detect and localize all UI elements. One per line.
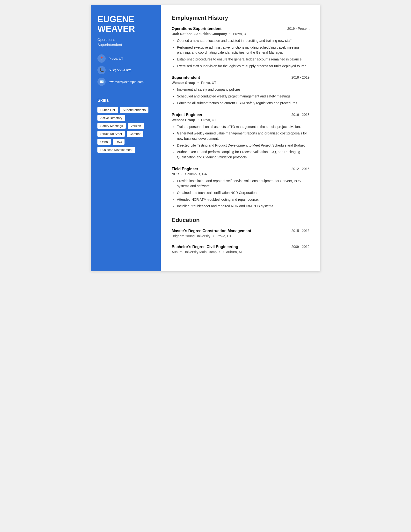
name-line2: WEAVER [97,24,135,34]
job-company: Wencor Group • Provo, UT [172,118,309,122]
education-container: Master's Degree Construction Management2… [172,229,309,254]
job-title: Field Engineer [172,167,198,171]
skills-section: Skills Punch ListSuperintendentsActive D… [97,98,154,153]
job-dates: 2012 - 2015 [291,167,309,171]
skill-tag: Active Directory [97,115,125,121]
job-bullet: Implement all safety and company policie… [177,87,309,92]
job-item: Field Engineer2012 - 2015NCR • Columbus,… [172,167,309,209]
candidate-title: OperationsSuperintendent [97,37,154,47]
skills-tags: Punch ListSuperintendentsActive Director… [97,107,154,153]
job-bullets: Opened a new store location and assisted… [172,38,309,69]
job-dates: 2019 - Present [287,27,309,30]
contact-phone: 📞 (950) 555-1102 [97,66,154,74]
job-dates: 2018 - 2019 [291,76,309,79]
job-header: Project Engineer2016 - 2018 [172,113,309,117]
job-bullets: Implement all safety and company policie… [172,87,309,106]
job-bullet: Established procedures to ensure the gen… [177,57,309,62]
candidate-name: EUGENE WEAVER [97,15,154,34]
job-company: Utah National Securities Company • Provo… [172,32,309,36]
job-dates: 2016 - 2018 [291,113,309,116]
job-title: Operations Superintendent [172,27,222,31]
job-bullet: Obtained and technical certification NCR… [177,190,309,196]
job-title: Project Engineer [172,113,202,117]
job-header: Superintendent2018 - 2019 [172,76,309,80]
job-bullet: Trained personnel on all aspects of TO m… [177,124,309,130]
education-section: Education Master's Degree Construction M… [172,217,309,254]
school-name: Brigham Young University • Provo, UT [172,234,309,238]
skill-tag: Superintendents [120,107,149,113]
contact-location: 📍 Provo, UT [97,54,154,63]
degree-title: Bachelor's Degree Civil Engineering [172,245,238,249]
skill-tag: Punch List [97,107,118,113]
job-item: Project Engineer2016 - 2018Wencor Group … [172,113,309,160]
email-text: eweaver@example.com [109,80,144,84]
skill-tag: Combat [127,131,144,137]
education-dates: 2015 - 2016 [291,229,309,233]
job-bullet: Performed executive administrative funct… [177,45,309,55]
job-bullet: Author, execute and perform sampling for… [177,150,309,160]
job-item: Operations Superintendent2019 - PresentU… [172,27,309,69]
location-icon: 📍 [97,54,106,63]
phone-icon: 📞 [97,66,106,74]
job-bullet: Directed Life Testing and Product Develo… [177,143,309,148]
skill-tag: Structural Steel [97,131,125,137]
skill-tag: Verizon [128,123,144,129]
education-header: Bachelor's Degree Civil Engineering2009 … [172,245,309,249]
job-item: Superintendent2018 - 2019Wencor Group • … [172,76,309,106]
job-bullet: Installed, troubleshoot and repaired NCR… [177,204,309,209]
job-bullets: Trained personnel on all aspects of TO m… [172,124,309,160]
sidebar: EUGENE WEAVER OperationsSuperintendent 📍… [91,5,161,271]
location-text: Provo, UT [109,57,123,60]
job-title: Superintendent [172,76,200,80]
job-bullet: Provide installation and repair of self-… [177,179,309,189]
job-bullet: Attended NCR ATM troubleshooting and rep… [177,197,309,202]
skill-tag: Safety Meetings [97,123,126,129]
name-line1: EUGENE [97,14,134,24]
contact-section: 📍 Provo, UT 📞 (950) 555-1102 ✉️ eweaver@… [97,54,154,86]
job-bullet: Generated weekly earned value management… [177,131,309,141]
job-bullet: Opened a new store location and assisted… [177,38,309,44]
job-company: NCR • Columbus, GA [172,172,309,176]
education-item: Master's Degree Construction Management2… [172,229,309,238]
job-header: Operations Superintendent2019 - Present [172,27,309,31]
degree-title: Master's Degree Construction Management [172,229,251,233]
job-bullet: Scheduled and conducted weekly project m… [177,94,309,99]
email-icon: ✉️ [97,78,106,86]
job-bullet: Educated all subcontractors on current O… [177,101,309,106]
job-bullets: Provide installation and repair of self-… [172,179,309,209]
employment-section: Employment History Operations Superinten… [172,15,309,209]
contact-email: ✉️ eweaver@example.com [97,78,154,86]
skill-tag: Osha [97,139,111,145]
main-content: Employment History Operations Superinten… [161,5,320,271]
skills-heading: Skills [97,98,154,103]
skill-tag: Business Development [97,147,135,153]
education-header: Master's Degree Construction Management2… [172,229,309,233]
job-header: Field Engineer2012 - 2015 [172,167,309,171]
education-dates: 2009 - 2012 [291,245,309,249]
phone-text: (950) 555-1102 [109,68,131,72]
job-bullet: Exercised staff supervision for the logi… [177,64,309,69]
skill-tag: DS3 [113,139,124,145]
jobs-container: Operations Superintendent2019 - PresentU… [172,27,309,209]
school-name: Auburn University Main Campus • Auburn, … [172,250,309,254]
employment-heading: Employment History [172,15,309,21]
job-company: Wencor Group • Provo, UT [172,81,309,85]
education-item: Bachelor's Degree Civil Engineering2009 … [172,245,309,254]
education-heading: Education [172,217,309,223]
resume-container: EUGENE WEAVER OperationsSuperintendent 📍… [91,5,320,271]
